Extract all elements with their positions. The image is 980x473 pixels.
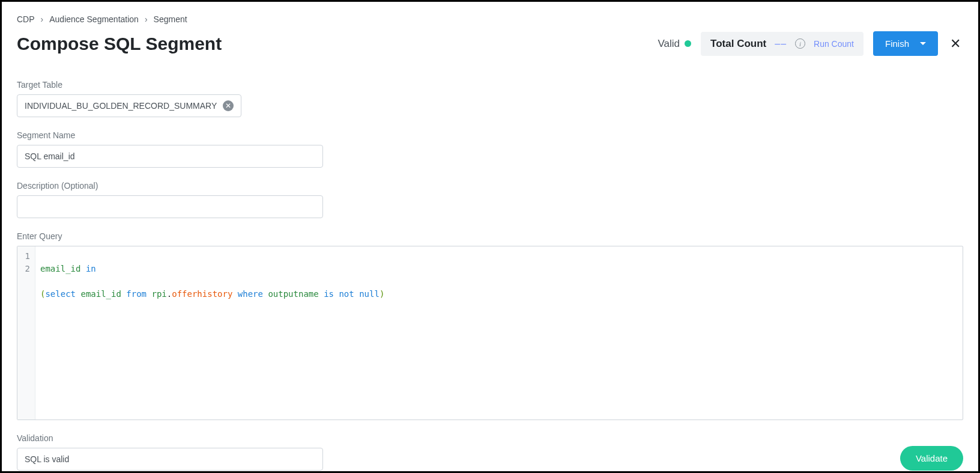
validation-output xyxy=(17,448,323,471)
validation-field: Validation xyxy=(17,433,323,471)
valid-label: Valid xyxy=(658,38,680,50)
code-token: not xyxy=(339,289,354,299)
breadcrumb-cdp[interactable]: CDP xyxy=(17,14,35,24)
target-table-value: INDIVIDUAL_BU_GOLDEN_RECORD_SUMMARY xyxy=(25,101,217,111)
target-table-label: Target Table xyxy=(17,80,963,90)
validation-label: Validation xyxy=(17,433,323,443)
page-header: Compose SQL Segment Valid Total Count ––… xyxy=(17,31,963,56)
query-field: Enter Query 1 2 email_id in (select emai… xyxy=(17,231,963,420)
chevron-right-icon: › xyxy=(41,14,44,24)
run-count-link[interactable]: Run Count xyxy=(814,39,854,49)
header-actions: Valid Total Count –– i Run Count Finish … xyxy=(658,31,963,56)
line-gutter: 1 2 xyxy=(17,246,35,420)
total-count-label: Total Count xyxy=(710,38,766,50)
description-label: Description (Optional) xyxy=(17,181,323,191)
close-icon: ✕ xyxy=(950,36,961,51)
description-field: Description (Optional) xyxy=(17,181,323,218)
code-token: offerhistory xyxy=(172,289,232,299)
segment-name-field: Segment Name xyxy=(17,130,323,168)
line-number: 2 xyxy=(21,263,30,275)
clear-icon[interactable]: ✕ xyxy=(223,100,234,111)
breadcrumb-audience-segmentation[interactable]: Audience Segmentation xyxy=(49,14,139,24)
code-token: ) xyxy=(380,289,384,299)
code-token: null xyxy=(359,289,380,299)
total-count-value: –– xyxy=(775,38,787,49)
target-table-field: Target Table INDIVIDUAL_BU_GOLDEN_RECORD… xyxy=(17,80,963,117)
segment-name-label: Segment Name xyxy=(17,130,323,140)
code-token: in xyxy=(86,264,96,273)
target-table-select[interactable]: INDIVIDUAL_BU_GOLDEN_RECORD_SUMMARY ✕ xyxy=(17,94,241,117)
breadcrumb-segment[interactable]: Segment xyxy=(154,14,187,24)
chevron-right-icon: › xyxy=(145,14,148,24)
code-token: outputname xyxy=(268,289,318,299)
segment-name-input[interactable] xyxy=(17,145,323,168)
code-token: rpi xyxy=(151,289,166,299)
close-button[interactable]: ✕ xyxy=(948,35,963,53)
code-token: email_id xyxy=(40,264,80,273)
code-token: email_id xyxy=(80,289,121,299)
info-icon[interactable]: i xyxy=(795,38,805,49)
total-count-panel: Total Count –– i Run Count xyxy=(701,32,864,56)
page-title: Compose SQL Segment xyxy=(17,34,222,54)
status-dot-icon xyxy=(685,40,691,47)
code-token: from xyxy=(126,289,147,299)
code-area[interactable]: email_id in (select email_id from rpi.of… xyxy=(35,246,389,420)
validate-button[interactable]: Validate xyxy=(900,446,963,471)
breadcrumb: CDP › Audience Segmentation › Segment xyxy=(17,14,963,24)
query-label: Enter Query xyxy=(17,231,963,241)
description-input[interactable] xyxy=(17,195,323,218)
code-token: where xyxy=(238,289,263,299)
caret-down-icon xyxy=(920,42,926,45)
validation-status: Valid xyxy=(658,38,692,50)
finish-button[interactable]: Finish xyxy=(873,31,938,56)
query-editor[interactable]: 1 2 email_id in (select email_id from rp… xyxy=(17,246,963,420)
code-token: . xyxy=(167,289,172,299)
finish-label: Finish xyxy=(885,38,909,49)
footer-row: Validation Validate xyxy=(17,433,963,471)
code-token: is xyxy=(324,289,334,299)
line-number: 1 xyxy=(21,250,30,263)
code-token: select xyxy=(45,289,76,299)
